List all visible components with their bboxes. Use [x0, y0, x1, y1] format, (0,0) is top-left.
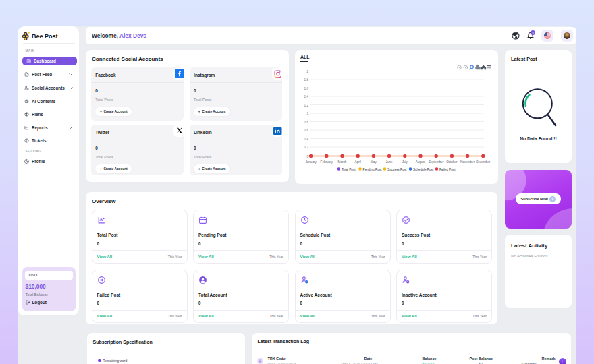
svg-text:Failed Post: Failed Post	[439, 168, 456, 171]
svg-text:August: August	[416, 160, 426, 164]
svg-text:1.2: 1.2	[304, 104, 309, 107]
svg-text:Success Post: Success Post	[387, 168, 407, 171]
svg-text:1.8: 1.8	[304, 78, 309, 82]
svg-text:June: June	[386, 160, 393, 164]
svg-text:0.2: 0.2	[304, 146, 309, 149]
svg-text:February: February	[321, 160, 333, 164]
svg-text:January: January	[305, 160, 317, 164]
svg-text:2: 2	[306, 70, 308, 73]
svg-text:November: November	[460, 160, 475, 164]
svg-text:0.8: 0.8	[304, 121, 309, 124]
svg-text:July: July	[402, 160, 408, 164]
svg-text:0: 0	[306, 155, 308, 158]
svg-text:1.6: 1.6	[304, 87, 309, 90]
svg-text:0.4: 0.4	[304, 138, 309, 141]
svg-text:0.6: 0.6	[304, 129, 309, 132]
svg-text:April: April	[355, 160, 361, 164]
svg-text:Total Post: Total Post	[342, 168, 356, 171]
svg-text:September: September	[429, 160, 444, 164]
svg-text:1: 1	[306, 112, 308, 115]
svg-text:Pending Post: Pending Post	[363, 168, 383, 171]
svg-text:March: March	[338, 160, 347, 164]
svg-text:October: October	[446, 160, 458, 164]
svg-text:Schedule Post: Schedule Post	[413, 168, 434, 171]
svg-text:December: December	[476, 160, 491, 164]
svg-text:May: May	[371, 160, 377, 164]
svg-text:1.4: 1.4	[304, 95, 309, 98]
